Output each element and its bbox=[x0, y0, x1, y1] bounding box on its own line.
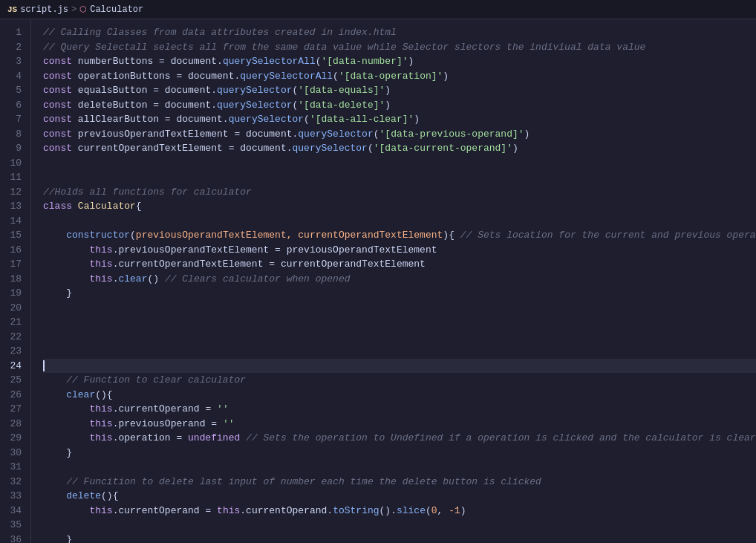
token-plain: (){ bbox=[101, 489, 118, 504]
token-variable: equalsButton bbox=[78, 83, 148, 98]
token-plain: (). bbox=[379, 504, 397, 518]
token-comment: // Query Selectall selects all from the … bbox=[43, 40, 645, 55]
token-plain: ) bbox=[408, 54, 414, 69]
token-plain bbox=[72, 83, 78, 98]
token-plain: ) bbox=[385, 98, 391, 113]
token-plain: = document. bbox=[229, 127, 299, 142]
token-string: '[data-operation]' bbox=[339, 69, 443, 84]
token-plain: { bbox=[136, 199, 142, 214]
line-number: 24 bbox=[6, 359, 22, 374]
token-comment: //Holds all functions for calculator bbox=[43, 185, 252, 200]
token-plain bbox=[43, 402, 89, 417]
token-method: clear bbox=[66, 388, 95, 403]
token-plain: ( bbox=[316, 54, 322, 69]
code-line: const allClearButton = document.querySel… bbox=[43, 112, 756, 127]
code-line: // Funcition to delete last input of num… bbox=[43, 475, 756, 490]
token-method: querySelector bbox=[229, 112, 304, 127]
code-line: const previousOperandTextElement = docum… bbox=[43, 127, 756, 142]
token-plain bbox=[72, 127, 78, 142]
token-plain: } bbox=[43, 533, 72, 544]
line-number: 7 bbox=[6, 112, 22, 127]
token-keyword-const: const bbox=[43, 127, 72, 142]
code-line: clear(){ bbox=[43, 388, 756, 403]
token-number: -1 bbox=[449, 504, 460, 518]
code-line: this.currentOperandTextElement = current… bbox=[43, 257, 756, 272]
token-keyword-const: const bbox=[43, 141, 72, 156]
token-plain: . bbox=[113, 272, 119, 287]
token-plain: .currentOperand = bbox=[113, 402, 217, 417]
code-line: this.currentOperand = '' bbox=[43, 402, 756, 417]
token-comment: // Funcition to delete last input of num… bbox=[66, 475, 541, 490]
token-plain bbox=[43, 272, 89, 287]
token-plain: ){ bbox=[443, 228, 454, 243]
code-line bbox=[43, 170, 756, 185]
token-plain bbox=[43, 504, 89, 518]
token-comment: // Clears calculator when opened bbox=[165, 272, 351, 287]
code-line: const numberButtons = document.querySele… bbox=[43, 54, 756, 69]
token-string: '[data-all-clear]' bbox=[310, 112, 414, 127]
editor-container: 1234567891011121314151617181920212223242… bbox=[0, 19, 756, 543]
code-line: //Holds all functions for calculator bbox=[43, 185, 756, 200]
line-number: 13 bbox=[6, 199, 22, 214]
token-string: '[data-current-operand]' bbox=[374, 141, 512, 156]
token-plain bbox=[43, 388, 66, 403]
line-numbers: 1234567891011121314151617181920212223242… bbox=[0, 19, 31, 543]
code-line: delete(){ bbox=[43, 489, 756, 504]
line-number: 19 bbox=[6, 286, 22, 301]
token-variable: currentOperandTextElement bbox=[78, 141, 223, 156]
token-plain bbox=[72, 141, 78, 156]
text-cursor bbox=[43, 360, 45, 371]
code-line: this.clear() // Clears calculator when o… bbox=[43, 272, 756, 287]
line-number: 16 bbox=[6, 243, 22, 258]
token-plain: = document. bbox=[147, 83, 217, 98]
line-number: 11 bbox=[6, 170, 22, 185]
token-string: '' bbox=[217, 402, 229, 417]
token-keyword-const: const bbox=[43, 83, 72, 98]
token-method: querySelector bbox=[298, 127, 373, 142]
breadcrumb-file[interactable]: script.js bbox=[20, 4, 68, 15]
token-plain: = document. bbox=[223, 141, 293, 156]
token-plain bbox=[43, 257, 89, 272]
token-keyword-const: const bbox=[43, 54, 72, 69]
line-number: 14 bbox=[6, 214, 22, 229]
code-area[interactable]: // Calling Classes from data attributes … bbox=[31, 19, 756, 543]
line-number: 12 bbox=[6, 185, 22, 200]
token-plain: .previousOperand = bbox=[113, 417, 223, 432]
line-number: 1 bbox=[6, 25, 22, 40]
breadcrumb-class[interactable]: Calculator bbox=[90, 4, 143, 15]
code-line: const currentOperandTextElement = docume… bbox=[43, 141, 756, 156]
line-number: 2 bbox=[6, 40, 22, 55]
token-plain: ( bbox=[368, 141, 374, 156]
token-plain bbox=[43, 228, 66, 243]
line-number: 9 bbox=[6, 141, 22, 156]
token-plain: .operation = bbox=[113, 431, 188, 446]
token-plain bbox=[43, 243, 89, 258]
token-variable: operationButtons bbox=[78, 69, 171, 84]
line-number: 10 bbox=[6, 156, 22, 171]
token-plain: = document. bbox=[147, 98, 217, 113]
token-this-kw: this bbox=[217, 504, 240, 518]
code-line bbox=[43, 315, 756, 330]
token-plain: ( bbox=[293, 83, 299, 98]
line-number: 17 bbox=[6, 257, 22, 272]
token-plain: .currentOperand = bbox=[113, 504, 217, 518]
token-method: constructor bbox=[66, 228, 130, 243]
line-number: 28 bbox=[6, 417, 22, 432]
token-class-name: Calculator bbox=[78, 199, 136, 214]
code-line bbox=[43, 344, 756, 359]
line-number: 36 bbox=[6, 533, 22, 544]
token-parameter: previousOperandTextElement, currentOpera… bbox=[136, 228, 443, 243]
token-variable: previousOperandTextElement bbox=[78, 127, 229, 142]
token-string: '' bbox=[223, 417, 235, 432]
line-number: 15 bbox=[6, 228, 22, 243]
token-comment: // Calling Classes from data attributes … bbox=[43, 25, 397, 40]
token-string: '[data-equals]' bbox=[298, 83, 385, 98]
code-line bbox=[43, 460, 756, 475]
token-comment: // Sets location for the current and pre… bbox=[454, 228, 756, 243]
line-number: 8 bbox=[6, 127, 22, 142]
token-plain bbox=[72, 54, 78, 69]
token-plain: ) bbox=[460, 504, 466, 518]
token-plain bbox=[43, 417, 89, 432]
token-method: delete bbox=[66, 489, 101, 504]
token-comment: // Sets the operation to Undefined if a … bbox=[240, 431, 756, 446]
